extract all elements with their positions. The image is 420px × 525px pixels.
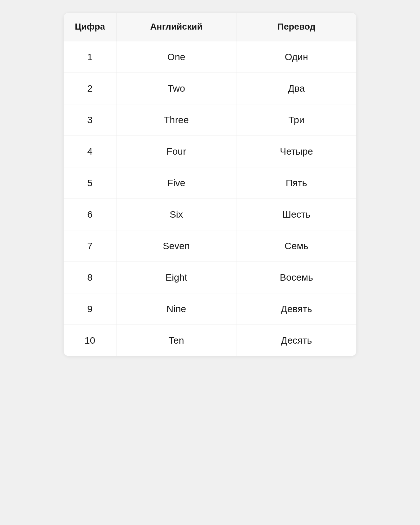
table-row: 7SevenСемь [64, 230, 356, 262]
cell-english: One [116, 41, 236, 73]
table-row: 6SixШесть [64, 199, 356, 230]
cell-digit: 8 [64, 262, 116, 293]
table-header-row: Цифра Английский Перевод [64, 13, 356, 41]
cell-english: Ten [116, 325, 236, 356]
cell-translation: Три [236, 104, 356, 136]
header-english: Английский [116, 13, 236, 41]
header-translation: Перевод [236, 13, 356, 41]
cell-english: Four [116, 136, 236, 167]
cell-digit: 4 [64, 136, 116, 167]
cell-english: Nine [116, 293, 236, 325]
table-row: 10TenДесять [64, 325, 356, 356]
cell-translation: Восемь [236, 262, 356, 293]
cell-digit: 6 [64, 199, 116, 230]
table-row: 3ThreeТри [64, 104, 356, 136]
table-row: 2TwoДва [64, 73, 356, 104]
cell-translation: Четыре [236, 136, 356, 167]
cell-translation: Один [236, 41, 356, 73]
cell-digit: 1 [64, 41, 116, 73]
table-row: 5FiveПять [64, 167, 356, 199]
cell-translation: Десять [236, 325, 356, 356]
table-row: 4FourЧетыре [64, 136, 356, 167]
cell-digit: 5 [64, 167, 116, 199]
cell-translation: Девять [236, 293, 356, 325]
cell-english: Five [116, 167, 236, 199]
cell-english: Three [116, 104, 236, 136]
cell-translation: Шесть [236, 199, 356, 230]
cell-digit: 2 [64, 73, 116, 104]
cell-digit: 7 [64, 230, 116, 262]
cell-english: Two [116, 73, 236, 104]
cell-digit: 9 [64, 293, 116, 325]
cell-english: Six [116, 199, 236, 230]
numbers-table-container: Цифра Английский Перевод 1OneОдин2TwoДва… [64, 13, 356, 356]
table-row: 8EightВосемь [64, 262, 356, 293]
cell-digit: 3 [64, 104, 116, 136]
cell-english: Seven [116, 230, 236, 262]
cell-translation: Пять [236, 167, 356, 199]
numbers-table: Цифра Английский Перевод 1OneОдин2TwoДва… [64, 13, 356, 356]
header-digit: Цифра [64, 13, 116, 41]
cell-translation: Семь [236, 230, 356, 262]
cell-english: Eight [116, 262, 236, 293]
table-row: 9NineДевять [64, 293, 356, 325]
cell-translation: Два [236, 73, 356, 104]
cell-digit: 10 [64, 325, 116, 356]
table-row: 1OneОдин [64, 41, 356, 73]
